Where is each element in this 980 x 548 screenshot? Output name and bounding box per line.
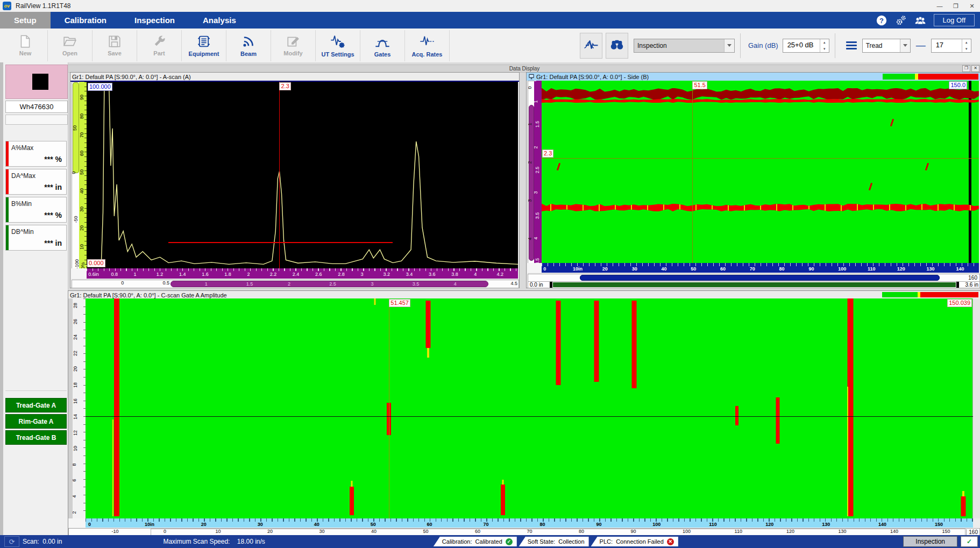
marginal-indication <box>962 491 964 496</box>
minimize-button[interactable]: — <box>932 1 948 12</box>
ascan-plot[interactable]: 100.000 0.000 2.3 <box>87 82 518 268</box>
cscan-position-ruler: 010in2030405060708090100110120130140150 <box>86 518 973 528</box>
data-display-header[interactable]: Data Display ❐ ✕ <box>68 65 980 73</box>
cscan-cursor-vline[interactable] <box>389 298 389 518</box>
ascan-cursor-line[interactable] <box>279 82 280 268</box>
count-down-arrow[interactable]: ▼ <box>962 46 971 52</box>
cscan-plot[interactable]: 51.457 150.039 <box>86 298 973 518</box>
bscan-hscroll-thumb[interactable] <box>580 275 940 281</box>
bscan-cursor-hline[interactable] <box>542 158 979 159</box>
menu-tab-setup[interactable]: Setup <box>0 12 51 29</box>
users-icon[interactable] <box>914 15 926 26</box>
acq-rates-icon <box>419 33 435 49</box>
cscan-title-bar[interactable]: Gr1: Default PA [S:90.0°, A: 0.0°] - C-s… <box>68 291 980 299</box>
gate-button-tread-gate-b[interactable]: Tread-Gate B <box>5 430 67 445</box>
gates-button[interactable]: Gates <box>360 30 405 61</box>
tick-label: 2 <box>73 511 77 514</box>
ut-settings-button[interactable]: UT Settings <box>316 30 360 61</box>
tick-label: 2.2 <box>270 272 277 277</box>
menu-tab-calibration[interactable]: Calibration <box>51 12 120 29</box>
bscan-scan-end-strip <box>969 81 971 263</box>
close-button[interactable]: ✕ <box>964 1 980 12</box>
tick-label: 1.2 <box>157 272 164 277</box>
marginal-indication <box>427 348 429 358</box>
gate-button-rim-gate-a[interactable]: Rim-Gate A <box>5 414 67 429</box>
bscan-title-bar[interactable]: Gr1: Default PA [S:90.0°, A: 0.0°] - Sid… <box>527 73 980 81</box>
inspection-mode-button[interactable]: Inspection <box>903 536 957 547</box>
menu-tab-inspection[interactable]: Inspection <box>120 12 189 29</box>
signal-view-button[interactable] <box>580 33 602 59</box>
speed-label: Maximum Scan Speed: 18.00 in/s <box>163 538 265 545</box>
log-off-button[interactable]: Log Off <box>934 14 975 26</box>
restore-button[interactable]: ❐ <box>948 1 964 12</box>
ascan-hscroll-thumb[interactable]: 11.522.533.54 <box>171 281 488 287</box>
bscan-range-start-handle[interactable] <box>550 282 552 288</box>
tick-label: 26 <box>73 319 78 324</box>
tick-label: 1 <box>528 123 532 125</box>
scan-indicator[interactable] <box>5 65 68 99</box>
ascan-title-bar[interactable]: Gr1: Default PA [S:90.0°, A: 0.0°] - A-s… <box>70 73 519 81</box>
ascan-gate-line[interactable] <box>168 242 393 243</box>
bscan-depth-range-bar[interactable]: 0.0 in 3.6 in <box>528 281 980 288</box>
cscan-cursor-hline[interactable] <box>86 416 973 417</box>
toolbar-button-label: New <box>19 50 32 56</box>
data-display-restore-button[interactable]: ❐ <box>962 65 970 72</box>
toolbar-button-label: Beam <box>240 51 257 57</box>
tick-label: 4.2 <box>497 272 504 277</box>
tick-label: 1 <box>205 281 208 287</box>
ascan-max-label: 100.000 <box>88 83 112 91</box>
probe-dropdown-arrow[interactable] <box>900 39 910 52</box>
tick-label: 4 <box>528 238 532 240</box>
acq-rates-button[interactable]: Acq. Rates <box>405 30 450 61</box>
confirm-check-button[interactable]: ✓ <box>961 536 978 547</box>
defect-indication <box>350 487 354 515</box>
bscan-horizontal-scrollbar[interactable]: 160 <box>528 274 980 282</box>
view-mode-value: Inspection <box>634 39 724 52</box>
help-icon[interactable]: ? <box>876 15 887 26</box>
bscan-cursor-y-label: 2.3 <box>542 150 553 158</box>
equipment-button[interactable]: Equipment <box>182 30 226 61</box>
menu-tab-analysis[interactable]: Analysis <box>189 12 250 29</box>
bscan-range-end-handle[interactable] <box>956 282 959 288</box>
measurement-stripe <box>6 197 9 222</box>
wheel-id-field[interactable]: Wh476630 <box>5 101 68 113</box>
view-mode-select[interactable]: Inspection <box>634 39 735 53</box>
tick-label: 100 <box>838 266 846 272</box>
defect-indication <box>776 397 780 444</box>
tick-label: 20 <box>79 225 84 231</box>
defect-indication <box>594 301 599 382</box>
tick-label: 30 <box>319 529 325 534</box>
settings-gears-icon[interactable] <box>895 15 907 26</box>
tick-label: 20 <box>602 266 608 272</box>
secondary-id-field[interactable] <box>5 115 68 125</box>
modify-icon <box>286 34 300 48</box>
binoculars-icon <box>609 37 624 54</box>
tick-label: 0 <box>543 266 546 272</box>
view-mode-dropdown-arrow[interactable] <box>724 39 734 52</box>
measurement-name: A%Max <box>11 144 33 152</box>
probe-select[interactable]: Tread <box>862 39 911 53</box>
tick-label: 150 <box>942 529 950 534</box>
ascan-trace <box>87 86 518 266</box>
bscan-plot[interactable]: 51.5 2.3 150.0 <box>542 81 979 263</box>
ascan-horizontal-scrollbar[interactable]: 00.5 11.522.533.54 4.5 <box>72 280 519 288</box>
gain-up-arrow[interactable]: ▲ <box>820 39 829 46</box>
bscan-range-end-label: 3.6 in <box>965 282 978 288</box>
bscan-cursor-vline[interactable] <box>692 81 693 263</box>
data-display-close-button[interactable]: ✕ <box>971 65 979 72</box>
tick-label: 3.4 <box>406 272 413 277</box>
refresh-icon[interactable]: ⟳ <box>4 536 19 547</box>
tick-label: 12 <box>73 430 78 436</box>
gain-stepper[interactable]: 25+0 dB ▲▼ <box>783 39 829 53</box>
tick-label: 130 <box>822 522 830 527</box>
gate-button-tread-gate-a[interactable]: Tread-Gate A <box>5 398 67 412</box>
tick-label: 50 <box>72 125 77 131</box>
tick-label: 130 <box>839 529 847 534</box>
gain-down-arrow[interactable]: ▼ <box>820 46 829 52</box>
beam-button[interactable]: Beam <box>226 30 271 61</box>
channel-menu-icon[interactable] <box>846 41 857 49</box>
tick-label: 40 <box>314 522 319 527</box>
count-up-arrow[interactable]: ▲ <box>962 39 971 46</box>
count-stepper[interactable]: 17 ▲▼ <box>931 39 971 53</box>
inspect-search-button[interactable] <box>606 33 628 59</box>
